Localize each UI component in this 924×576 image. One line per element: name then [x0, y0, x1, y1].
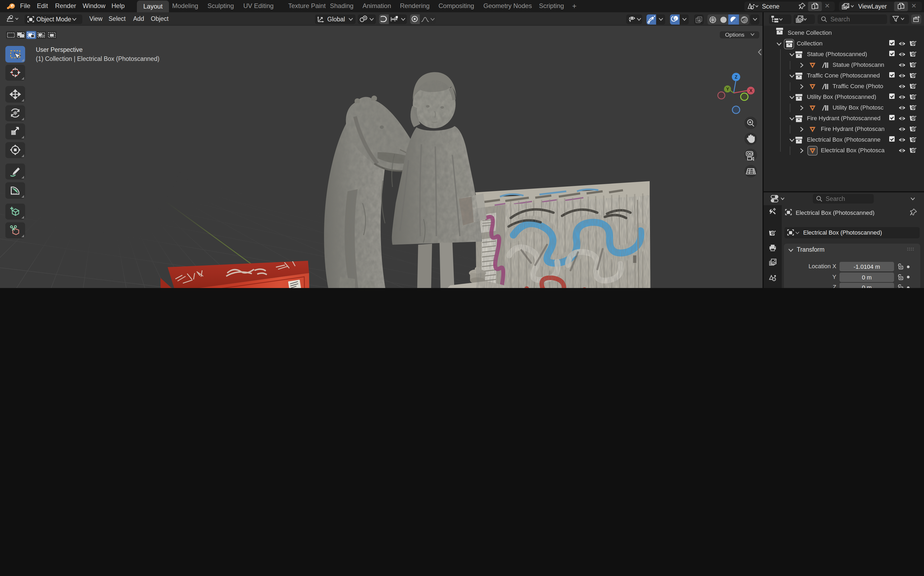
svg-text:User Perspective: User Perspective	[36, 46, 83, 53]
svg-text:Z: Z	[735, 75, 737, 80]
svg-text:X: X	[749, 88, 752, 93]
svg-text:(1) Collection | Electrical Bo: (1) Collection | Electrical Box (Photosc…	[36, 55, 159, 62]
svg-text:Options: Options	[725, 32, 744, 38]
svg-text:Y: Y	[726, 86, 729, 92]
